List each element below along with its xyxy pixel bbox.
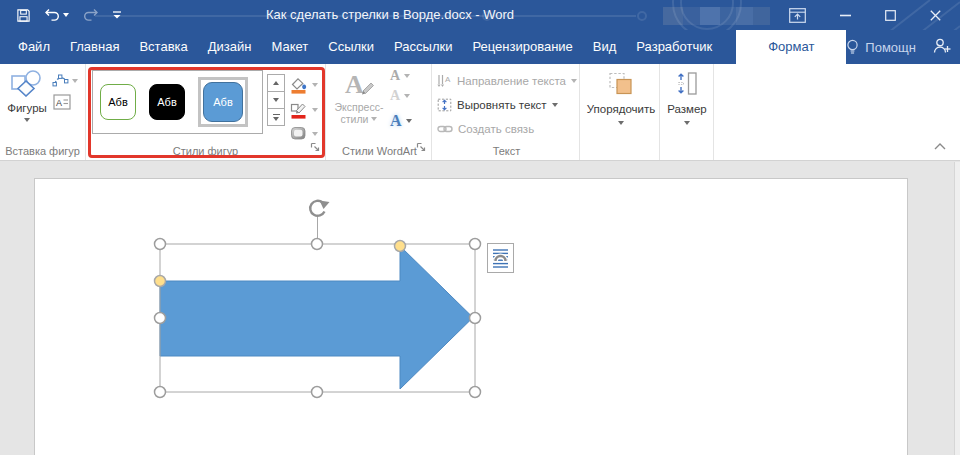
ribbon-display-options-button[interactable] <box>780 0 814 30</box>
resize-handle[interactable] <box>155 239 166 250</box>
layout-options-button[interactable] <box>487 243 514 273</box>
title-bar: Как сделать стрелки в Ворде.docx - Word <box>0 0 960 30</box>
shape-style-gallery: Абв Абв Абв <box>92 70 263 134</box>
dialog-launcher-icon <box>416 142 426 152</box>
shape-style-swatch[interactable]: Абв <box>100 84 136 120</box>
right-arrow-shape[interactable] <box>160 246 473 389</box>
align-text-icon <box>437 98 452 112</box>
rotation-handle-icon[interactable] <box>310 201 329 216</box>
text-fill-button[interactable]: А <box>390 68 410 84</box>
resize-handle[interactable] <box>312 387 323 398</box>
tell-me-help[interactable]: Помощн <box>846 39 916 56</box>
lightbulb-icon <box>846 39 859 56</box>
group-size: Размер <box>660 64 714 160</box>
qat-customize-icon <box>112 11 122 20</box>
help-label: Помощн <box>865 40 916 55</box>
group-text: A Направление текста Выровнять текст Соз… <box>434 64 580 160</box>
resize-handle[interactable] <box>155 387 166 398</box>
qat-customize-button[interactable] <box>110 4 124 26</box>
arrange-button[interactable]: Упорядочить <box>582 71 660 125</box>
redo-button[interactable] <box>80 4 101 26</box>
gallery-scroll-up-icon <box>273 81 279 85</box>
shape-outline-button[interactable] <box>289 98 321 121</box>
text-direction-label: Направление текста <box>457 75 566 87</box>
shape-effects-icon <box>289 125 308 142</box>
text-effects-icon: А <box>390 112 402 130</box>
tab-home[interactable]: Главная <box>60 30 129 64</box>
shape-style-swatch[interactable]: Абв <box>149 84 185 120</box>
tab-insert[interactable]: Вставка <box>129 30 197 64</box>
vertical-scrollbar[interactable] <box>954 162 960 455</box>
align-text-button[interactable]: Выровнять текст <box>437 95 558 114</box>
create-link-label: Создать связь <box>458 123 534 135</box>
create-link-button[interactable]: Создать связь <box>437 119 534 138</box>
adjust-handle[interactable] <box>155 276 166 287</box>
shape-selection-layer <box>0 162 960 455</box>
close-button[interactable] <box>918 0 952 30</box>
collapse-ribbon-button[interactable] <box>934 136 946 154</box>
tab-layout[interactable]: Макет <box>261 30 318 64</box>
ribbon-display-options-icon <box>789 8 806 23</box>
resize-handle[interactable] <box>312 239 323 250</box>
text-outline-caret <box>404 94 410 98</box>
shape-style-swatch-selected[interactable]: Абв <box>203 82 243 122</box>
gallery-scroll-down-icon <box>273 98 279 102</box>
shape-fill-button[interactable] <box>289 73 321 96</box>
resize-handle[interactable] <box>470 239 481 250</box>
text-fill-icon: А <box>390 68 400 84</box>
text-direction-button[interactable]: A Направление текста <box>437 71 577 90</box>
maximize-icon <box>885 10 896 21</box>
tab-design[interactable]: Дизайн <box>198 30 262 64</box>
wordart-dialog-launcher[interactable] <box>416 138 426 156</box>
gallery-scroll-up-button[interactable] <box>267 74 285 92</box>
adjust-handle[interactable] <box>395 241 406 252</box>
resize-handle[interactable] <box>470 313 481 324</box>
tab-format-active[interactable]: Формат <box>736 30 846 64</box>
quick-styles-label-line1: Экспресс- <box>335 101 384 113</box>
group-label-text: Текст <box>434 145 579 157</box>
shapes-button[interactable]: Фигуры <box>4 69 50 122</box>
text-fill-caret <box>404 74 410 78</box>
quick-styles-button[interactable]: А Экспресс- стили <box>331 69 387 125</box>
quick-styles-icon: А <box>343 69 375 99</box>
undo-button[interactable] <box>42 4 71 26</box>
minimize-button[interactable] <box>828 0 862 30</box>
group-wordart-styles: А Экспресс- стили А А А Стили WordArt <box>328 64 432 160</box>
text-effects-button[interactable]: А <box>390 112 412 130</box>
size-button[interactable]: Размер <box>660 71 714 125</box>
resize-handle[interactable] <box>155 313 166 324</box>
tab-file[interactable]: Файл <box>8 30 60 64</box>
text-direction-caret <box>571 79 577 83</box>
document-area <box>0 162 960 455</box>
shape-outline-caret <box>312 108 318 112</box>
close-icon <box>930 10 941 21</box>
resize-handle[interactable] <box>470 387 481 398</box>
edit-shape-button[interactable] <box>52 73 78 88</box>
shape-fill-caret <box>312 83 318 87</box>
shapes-dropdown-caret <box>24 118 30 122</box>
adjust-handles <box>155 241 406 287</box>
shape-styles-dialog-launcher[interactable] <box>310 138 320 156</box>
text-effects-caret <box>406 119 412 123</box>
text-box-button[interactable]: A <box>53 94 71 114</box>
tab-mailings[interactable]: Рассылки <box>384 30 462 64</box>
save-button[interactable] <box>14 4 33 26</box>
gallery-scroll-down-button[interactable] <box>267 91 285 109</box>
size-caret <box>684 121 690 125</box>
maximize-button[interactable] <box>873 0 907 30</box>
undo-dropdown-caret <box>63 13 69 17</box>
share-button[interactable] <box>933 37 952 58</box>
quick-styles-label-line2: стили <box>341 113 369 125</box>
tab-view[interactable]: Вид <box>583 30 627 64</box>
align-text-caret <box>552 103 558 107</box>
ribbon-tab-row: Файл Главная Вставка Дизайн Макет Ссылки… <box>0 30 960 64</box>
size-button-label: Размер <box>667 103 707 115</box>
gallery-more-icon <box>273 114 280 116</box>
gallery-more-button[interactable] <box>267 108 285 126</box>
group-label-shape-styles: Стили фигур <box>86 145 325 157</box>
tab-references[interactable]: Ссылки <box>318 30 384 64</box>
text-outline-button[interactable]: А <box>390 88 410 104</box>
tab-developer[interactable]: Разработчик <box>626 30 722 64</box>
group-shape-styles: Абв Абв Абв <box>86 64 326 160</box>
tab-review[interactable]: Рецензирование <box>462 30 582 64</box>
